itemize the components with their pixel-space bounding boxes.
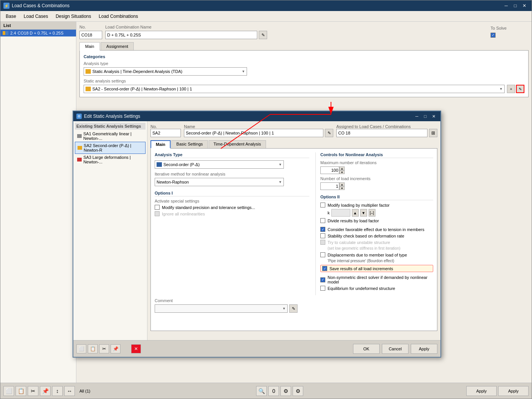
- dialog-tab-content: Analysis Type Second-order (P-Δ) ▼: [150, 149, 437, 331]
- toolbar-btn-3[interactable]: ✂: [28, 386, 38, 396]
- divide-results-checkbox[interactable]: [320, 218, 325, 223]
- ignore-nonlinear-checkbox[interactable]: [155, 211, 160, 216]
- analysis-type-value: Static Analysis | Time-Dependent Analysi…: [92, 69, 182, 74]
- consider-favorable-checkbox[interactable]: [320, 227, 325, 232]
- divide-results-row: Divide results by load factor: [320, 218, 433, 223]
- sa-edit-button[interactable]: ✎: [516, 85, 524, 93]
- dlg-name-input[interactable]: [184, 129, 323, 137]
- modify-precision-label: Modify standard precision and tolerance …: [162, 205, 255, 210]
- toolbar-btn-settings[interactable]: ⚙: [293, 386, 303, 396]
- consider-favorable-row: Consider favorable effect due to tension…: [320, 227, 433, 232]
- stability-check-checkbox[interactable]: [320, 233, 325, 238]
- to-solve-label: To Solve: [491, 26, 529, 30]
- toolbar-btn-2[interactable]: 📋: [16, 386, 26, 396]
- equilibrium-checkbox[interactable]: [320, 286, 325, 291]
- dlg-name-group: Name ✎: [184, 124, 333, 137]
- to-solve-checkbox[interactable]: [491, 33, 496, 38]
- dialog-list-item-sa1[interactable]: SA1 Geometrically linear | Newton-...: [75, 130, 146, 142]
- analysis-type-arrow: ▼: [242, 70, 245, 73]
- footer-btn-3[interactable]: ✂: [99, 344, 109, 353]
- maximize-button[interactable]: □: [511, 2, 519, 9]
- name-input[interactable]: [105, 31, 257, 39]
- minimize-button[interactable]: ─: [502, 2, 510, 9]
- non-symmetric-checkbox[interactable]: [320, 277, 325, 282]
- ok-button[interactable]: OK: [353, 344, 380, 354]
- max-iter-group: Maximum number of iterations ▲ ▼: [320, 160, 433, 174]
- tab-main[interactable]: Main: [79, 42, 100, 51]
- sa-settings-label: Static analysis settings: [84, 79, 524, 83]
- num-load-down[interactable]: ▼: [339, 186, 345, 190]
- window-title: Load Cases & Combinations: [12, 3, 70, 8]
- toolbar-btn-5[interactable]: ↕: [52, 386, 63, 396]
- dlg-tab-tda[interactable]: Time-Dependent Analysis: [209, 140, 266, 148]
- dialog-list-item-sa2[interactable]: SA2 Second-order (P-Δ) | Newton-R: [75, 142, 146, 154]
- menu-load-combinations[interactable]: Load Combinations: [95, 12, 142, 21]
- options2-title: Options II: [320, 195, 433, 200]
- analysis-type-title: Analysis Type: [155, 152, 309, 158]
- k-input[interactable]: [331, 209, 350, 217]
- max-iter-spinbox: ▲ ▼: [320, 166, 433, 174]
- toolbar-btn-filter[interactable]: ⚙: [280, 386, 291, 396]
- modify-loading-checkbox[interactable]: [320, 203, 325, 207]
- tab-assignment[interactable]: Assignment: [101, 42, 134, 50]
- num-load-up[interactable]: ▲: [339, 182, 345, 186]
- toolbar-btn-1[interactable]: ⬜: [3, 386, 14, 396]
- dlg-edit-name-button[interactable]: ✎: [325, 129, 333, 137]
- modify-precision-row: Modify standard precision and tolerance …: [155, 205, 309, 210]
- menu-design-situations[interactable]: Design Situations: [52, 12, 95, 21]
- displacements-checkbox[interactable]: [320, 252, 325, 257]
- dialog-list-item-sa3[interactable]: SA3 Large deformations | Newton-...: [75, 154, 146, 165]
- k-extra-btn[interactable]: [–]: [369, 209, 375, 217]
- k-spin-down[interactable]: ▼: [360, 209, 367, 217]
- cancel-button[interactable]: Cancel: [382, 344, 408, 354]
- edit-name-button[interactable]: ✎: [259, 31, 267, 39]
- no-input[interactable]: [79, 31, 102, 39]
- title-bar-left: ⚡ Load Cases & Combinations: [3, 3, 70, 9]
- dlg-tab-basic[interactable]: Basic Settings: [171, 140, 208, 148]
- dlg-no-input[interactable]: [150, 129, 181, 137]
- modify-precision-checkbox[interactable]: [155, 205, 160, 210]
- main-tab-content: Categories Analysis type Static Analysis…: [79, 51, 529, 97]
- sa-add-button[interactable]: +: [507, 85, 515, 93]
- try-calculate-checkbox[interactable]: [320, 240, 325, 245]
- dialog-apply-button[interactable]: Apply: [411, 344, 437, 354]
- footer-btn-1[interactable]: ⬜: [76, 344, 86, 353]
- dialog-close[interactable]: ✕: [430, 113, 437, 120]
- dialog-maximize[interactable]: □: [421, 113, 429, 120]
- outer-apply-btn-1[interactable]: Apply: [466, 386, 497, 396]
- toolbar-btn-6[interactable]: ↔: [64, 386, 75, 396]
- max-iter-up[interactable]: ▲: [339, 166, 345, 170]
- max-iter-down[interactable]: ▼: [339, 170, 345, 174]
- toolbar-btn-4[interactable]: 📌: [40, 386, 51, 396]
- footer-btn-2[interactable]: 📋: [88, 344, 98, 353]
- num-load-input[interactable]: [320, 182, 339, 190]
- footer-btn-4[interactable]: 📌: [111, 344, 120, 353]
- toolbar-btn-search[interactable]: 🔍: [256, 386, 267, 396]
- dialog-minimize[interactable]: ─: [413, 113, 421, 120]
- menu-load-cases[interactable]: Load Cases: [20, 12, 52, 21]
- comment-select[interactable]: ▼: [155, 304, 288, 313]
- assigned-expand-button[interactable]: ⊞: [429, 129, 437, 137]
- modify-loading-label: Modify loading by multiplier factor: [328, 203, 390, 207]
- k-spin-up[interactable]: ▲: [352, 209, 359, 217]
- comment-edit-button[interactable]: ✎: [289, 304, 298, 313]
- dlg-tab-main[interactable]: Main: [150, 140, 171, 149]
- footer-btn-delete[interactable]: ✕: [131, 344, 141, 353]
- list-item-co18[interactable]: 2.4 CO18 D + 0.75L + 0.25S: [0, 30, 76, 36]
- save-results-checkbox[interactable]: [322, 266, 327, 271]
- toolbar-btn-num[interactable]: 0: [268, 386, 279, 396]
- iterative-select[interactable]: Newton-Raphson ▼: [155, 178, 284, 186]
- menu-base[interactable]: Base: [2, 12, 20, 21]
- color-block-2: [6, 31, 8, 35]
- ignore-nonlinear-row: Ignore all nonlinearities: [155, 211, 309, 216]
- outer-apply-btn-2[interactable]: Apply: [498, 386, 529, 396]
- dlg-analysis-type-select[interactable]: Second-order (P-Δ) ▼: [155, 160, 284, 169]
- assigned-input[interactable]: [336, 129, 428, 137]
- max-iter-input[interactable]: [320, 166, 339, 174]
- analysis-type-select[interactable]: Static Analysis | Time-Dependent Analysi…: [84, 67, 247, 76]
- sa-settings-select[interactable]: SA2 - Second-order (P-Δ) | Newton-Raphso…: [84, 85, 505, 93]
- close-button[interactable]: ✕: [520, 2, 529, 9]
- sa-color: [86, 87, 91, 91]
- dialog-left-panel: Existing Static Analysis Settings SA1 Ge…: [73, 121, 147, 340]
- sa1-label: SA1 Geometrically linear | Newton-...: [83, 131, 143, 141]
